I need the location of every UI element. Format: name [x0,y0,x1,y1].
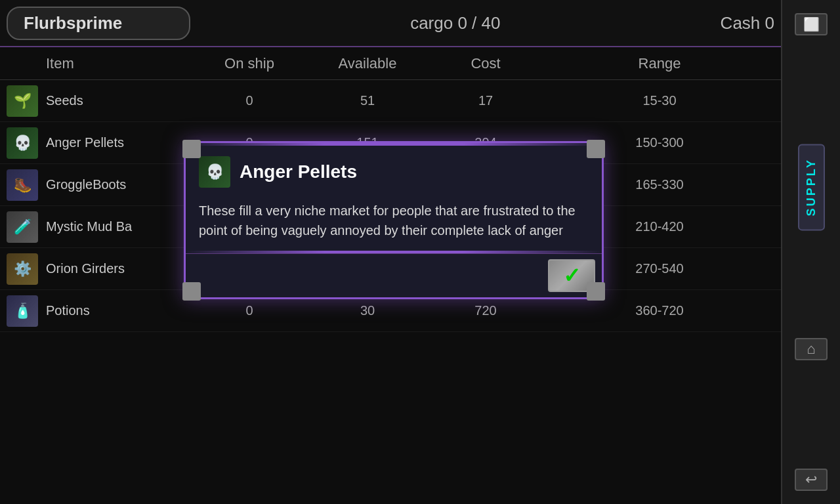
popup-header: 💀 Anger Pellets [186,146,602,198]
popup-title: Anger Pellets [240,161,357,182]
popup-overlay: 💀 Anger Pellets These fill a very niche … [0,0,840,504]
corner-br [587,282,605,301]
checkmark-icon: ✓ [563,263,581,288]
popup-body: These fill a very niche market for peopl… [186,198,602,251]
popup-dialog: 💀 Anger Pellets These fill a very niche … [184,141,604,299]
corner-tl [182,140,201,158]
corner-bl [182,282,201,301]
popup-item-icon: 💀 [199,156,230,188]
popup-footer: ✓ [186,253,602,297]
corner-tr [587,140,605,158]
